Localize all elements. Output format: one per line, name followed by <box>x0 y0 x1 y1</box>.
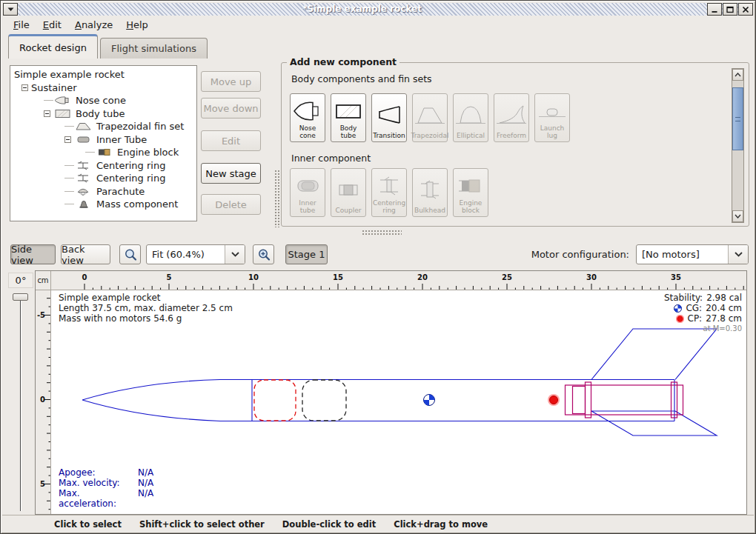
tree-row-mass-component[interactable]: Mass component <box>10 198 196 211</box>
view-toolbar: Side view Back view Fit (60.4%) Stage 1 … <box>1 239 755 269</box>
add-engine-block-button[interactable]: Engine block <box>453 168 488 217</box>
maximize-button[interactable] <box>723 3 737 16</box>
minimize-button[interactable] <box>707 3 722 16</box>
add-freeform-fin-button[interactable]: Freeform <box>494 93 529 142</box>
zoom-in-button[interactable] <box>253 244 274 264</box>
add-launch-lug-button[interactable]: Launch lug <box>534 93 570 142</box>
tree-expander-icon[interactable] <box>44 110 50 117</box>
move-up-button[interactable]: Move up <box>201 71 261 92</box>
splitter-vertical[interactable] <box>274 170 280 227</box>
close-button[interactable] <box>738 3 753 16</box>
body-tube-icon <box>54 109 72 119</box>
palette-scrollbar[interactable] <box>732 68 744 223</box>
chevron-down-icon <box>231 252 239 257</box>
tab-rocket-design[interactable]: Rocket design <box>8 34 98 59</box>
svg-text:0: 0 <box>82 273 87 281</box>
tree-row-body-tube[interactable]: Body tube <box>10 107 196 121</box>
add-coupler-button[interactable]: Coupler <box>331 168 366 217</box>
tree-row-fin-set[interactable]: Trapezoidal fin set <box>10 120 196 133</box>
rocket-info: Simple example rocket Length 37.5 cm, ma… <box>59 293 233 324</box>
rotation-readout: 0° <box>8 273 33 288</box>
tree-expander-icon[interactable] <box>64 136 71 143</box>
menu-file[interactable]: File <box>7 17 36 33</box>
section-body-components: Body components and fin sets <box>291 73 749 84</box>
splitter-horizontal[interactable] <box>1 227 755 237</box>
menu-help[interactable]: Help <box>119 17 155 33</box>
zoom-select[interactable]: Fit (60.4%) <box>146 244 245 264</box>
rotation-slider[interactable] <box>13 292 28 514</box>
openrocket-window: *Simple example rocket File Edit Analyze… <box>0 0 756 534</box>
cp-marker <box>548 394 560 406</box>
tree-label: Nose cone <box>76 95 126 106</box>
tree-row-nose-cone[interactable]: Nose cone <box>10 94 196 107</box>
new-stage-button[interactable]: New stage <box>201 163 261 184</box>
zoom-value: Fit (60.4%) <box>147 245 225 264</box>
cg-marker <box>424 395 435 406</box>
tree-label: Mass component <box>96 198 178 210</box>
scroll-down-button[interactable] <box>732 210 743 222</box>
tree-row-parachute[interactable]: Parachute <box>10 185 196 198</box>
chevron-up-icon <box>735 73 741 77</box>
zoom-out-button[interactable] <box>119 244 141 264</box>
stage-1-button[interactable]: Stage 1 <box>285 244 328 264</box>
tree-row-centering-ring-1[interactable]: Centering ring <box>10 159 196 173</box>
tree-expander-icon[interactable] <box>21 84 28 91</box>
window-menu-icon <box>7 6 15 13</box>
design-area: Simple example rocket Sustainer Nose con… <box>1 59 755 232</box>
engine-block-icon <box>96 147 113 157</box>
engine-block-outline <box>573 387 586 414</box>
add-centering-ring-button[interactable]: Centering ring <box>371 168 407 217</box>
add-nose-cone-button[interactable]: Nose cone <box>290 93 325 142</box>
elliptical-fin-icon <box>456 96 485 133</box>
tree-label: Centering ring <box>96 173 165 184</box>
motor-select-arrow[interactable] <box>728 245 748 264</box>
tree-row-inner-tube[interactable]: Inner Tube <box>10 133 196 147</box>
titlebar: *Simple example rocket <box>3 3 753 16</box>
add-component-group: Add new component Body components and fi… <box>281 62 749 227</box>
motor-configuration-select[interactable]: [No motors] <box>636 244 749 264</box>
add-body-tube-button[interactable]: Body tube <box>331 93 366 142</box>
add-transition-button[interactable]: Transition <box>371 93 407 142</box>
window-menu-button[interactable] <box>3 3 18 16</box>
scrollbar-thumb[interactable] <box>732 87 743 150</box>
side-view-button[interactable]: Side view <box>10 244 56 264</box>
centering-ring-icon <box>75 161 93 170</box>
cg-icon <box>674 304 682 313</box>
delete-button[interactable]: Delete <box>201 194 261 215</box>
hint-shift-click: Shift+click to select other <box>139 519 265 530</box>
parachute-icon <box>75 187 93 196</box>
menubar: File Edit Analyze Help <box>2 16 754 34</box>
rocket-canvas[interactable]: Simple example rocket Length 37.5 cm, ma… <box>51 290 746 514</box>
menu-edit[interactable]: Edit <box>36 17 68 33</box>
add-elliptical-fin-button[interactable]: Elliptical <box>453 93 488 142</box>
rotation-slider-handle[interactable] <box>13 293 28 301</box>
back-view-button[interactable]: Back view <box>61 244 110 264</box>
chevron-down-icon <box>735 214 741 218</box>
hint-click-drag: Click+drag to move <box>394 519 488 530</box>
scroll-up-button[interactable] <box>732 69 743 81</box>
centering-ring-1-outline <box>586 382 591 418</box>
tree-row-engine-block[interactable]: Engine block <box>10 146 196 159</box>
tree-row-rocket[interactable]: Simple example rocket <box>10 68 196 81</box>
tree-label: Trapezoidal fin set <box>96 121 184 132</box>
zoom-select-arrow[interactable] <box>225 245 245 264</box>
inner-tube-outline <box>566 385 683 415</box>
maximize-icon <box>726 6 734 13</box>
tab-flight-simulations[interactable]: Flight simulations <box>100 38 208 59</box>
motor-configuration-value: [No motors] <box>637 245 728 264</box>
add-trapezoidal-fin-button[interactable]: Trapezoidal <box>412 93 448 142</box>
tree-row-sustainer[interactable]: Sustainer <box>10 81 196 95</box>
rocket-dimensions: Length 37.5 cm, max. diameter 2.5 cm <box>59 303 233 313</box>
add-bulkhead-button[interactable]: Bulkhead <box>412 168 448 217</box>
move-down-button[interactable]: Move down <box>201 98 261 119</box>
component-tree[interactable]: Simple example rocket Sustainer Nose con… <box>10 65 197 221</box>
nose-cone-icon <box>54 96 72 105</box>
add-inner-tube-button[interactable]: Inner tube <box>290 168 325 217</box>
menu-analyze[interactable]: Analyze <box>68 17 119 33</box>
hint-double-click: Double-click to edit <box>282 519 376 530</box>
edit-button[interactable]: Edit <box>201 130 261 151</box>
svg-text:5: 5 <box>167 273 172 281</box>
tree-row-centering-ring-2[interactable]: Centering ring <box>10 172 196 185</box>
body-tube-icon <box>334 96 363 125</box>
svg-text:5: 5 <box>40 480 45 488</box>
